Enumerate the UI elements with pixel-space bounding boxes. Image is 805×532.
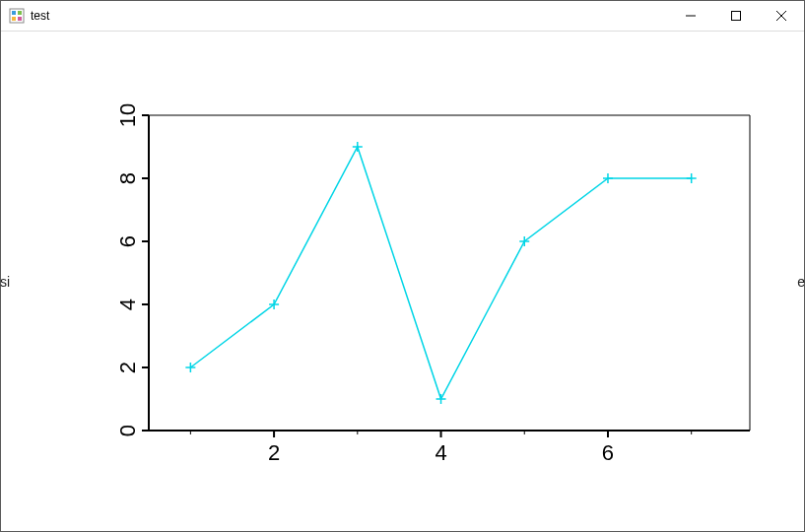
close-button[interactable] xyxy=(759,1,804,31)
titlebar[interactable]: test xyxy=(1,1,804,32)
line-chart: 2460246810 xyxy=(1,32,804,532)
y-tick-label: 8 xyxy=(115,172,140,184)
app-icon xyxy=(9,8,25,24)
data-line xyxy=(190,147,691,399)
x-tick-label: 4 xyxy=(435,440,446,465)
svg-rect-6 xyxy=(732,12,741,21)
y-tick-label: 0 xyxy=(115,425,140,436)
window-title: test xyxy=(31,9,49,23)
minimize-icon xyxy=(686,11,696,21)
y-tick-label: 6 xyxy=(115,235,140,247)
content-area: si e 2460246810 xyxy=(1,32,804,531)
svg-rect-1 xyxy=(12,11,16,15)
y-tick-label: 10 xyxy=(115,103,140,127)
close-icon xyxy=(776,11,786,21)
minimize-button[interactable] xyxy=(668,1,713,31)
y-tick-label: 2 xyxy=(115,362,140,373)
svg-rect-2 xyxy=(18,11,22,15)
app-window: test si e 2460246810 xyxy=(0,0,805,532)
maximize-icon xyxy=(731,11,741,21)
y-tick-label: 4 xyxy=(115,299,140,310)
svg-rect-4 xyxy=(18,17,22,21)
x-tick-label: 6 xyxy=(602,440,614,465)
svg-rect-3 xyxy=(12,17,16,21)
x-tick-label: 2 xyxy=(268,440,280,465)
maximize-button[interactable] xyxy=(713,1,759,31)
